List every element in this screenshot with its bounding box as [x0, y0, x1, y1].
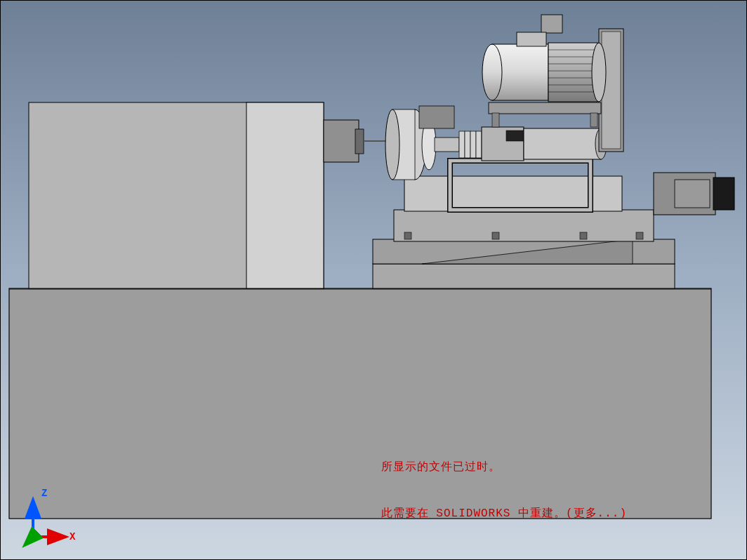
svg-rect-25: [435, 138, 459, 152]
svg-rect-5: [355, 129, 364, 154]
svg-rect-32: [524, 128, 601, 159]
status-message[interactable]: 所显示的文件已过时。 此需要在 SOLIDWORKS 中重建。(更多...): [381, 429, 627, 552]
svg-rect-52: [419, 106, 454, 128]
cad-model-render: [1, 1, 747, 560]
svg-point-39: [482, 44, 502, 100]
svg-point-48: [592, 43, 606, 102]
svg-rect-3: [246, 102, 324, 288]
svg-rect-37: [489, 102, 601, 114]
axis-triad: Z X: [13, 488, 77, 551]
svg-rect-20: [675, 180, 710, 208]
svg-rect-27: [465, 131, 470, 158]
svg-rect-26: [459, 131, 465, 158]
svg-rect-19: [713, 178, 734, 210]
svg-rect-7: [373, 264, 675, 288]
svg-rect-36: [541, 15, 562, 33]
svg-rect-13: [580, 232, 587, 239]
svg-rect-49: [517, 32, 546, 46]
svg-rect-28: [470, 131, 476, 158]
svg-rect-51: [590, 113, 597, 127]
status-line-1: 所显示的文件已过时。: [381, 460, 627, 475]
axis-triad-icon: [13, 488, 77, 551]
status-line-2[interactable]: 此需要在 SOLIDWORKS 中重建。(更多...): [381, 506, 627, 521]
svg-rect-40: [548, 43, 597, 102]
svg-rect-10: [394, 210, 654, 241]
svg-rect-11: [404, 232, 411, 239]
svg-rect-12: [492, 232, 499, 239]
cad-viewport[interactable]: Z X 所显示的文件已过时。: [0, 0, 747, 560]
svg-rect-29: [476, 131, 482, 158]
svg-point-23: [385, 109, 399, 180]
svg-rect-50: [492, 113, 499, 127]
svg-rect-4: [324, 120, 359, 162]
svg-rect-14: [636, 232, 643, 239]
